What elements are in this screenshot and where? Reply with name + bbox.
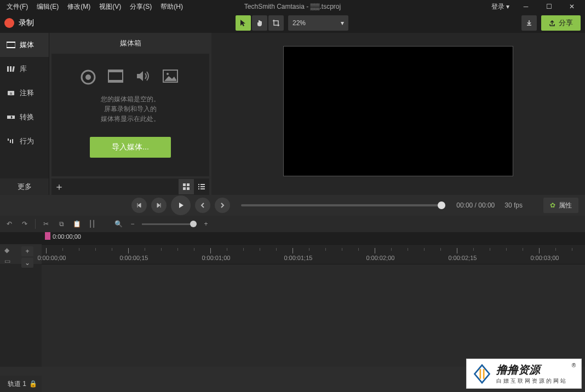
track-1-label[interactable]: 轨道 1 🔒: [0, 376, 42, 392]
svg-rect-5: [12, 66, 15, 72]
playback-fps[interactable]: 30 fps: [504, 201, 523, 209]
add-track-button[interactable]: +: [21, 246, 33, 256]
menu-view[interactable]: 视图(V): [95, 1, 125, 13]
record-icon[interactable]: [4, 18, 14, 28]
image-icon: [162, 69, 181, 83]
watermark-main: 撸撸资源: [496, 362, 567, 377]
media-icon: [7, 42, 15, 48]
zoom-out-button[interactable]: −: [128, 219, 137, 229]
sidebar: 媒体 库 a 注释 转换 行为 更多: [0, 33, 49, 195]
effects-icon[interactable]: ▭: [4, 257, 10, 265]
ruler-label: 0:00:02;00: [366, 255, 394, 261]
list-icon: [198, 183, 205, 191]
paste-button[interactable]: 📋: [72, 219, 82, 229]
record-label[interactable]: 录制: [19, 18, 34, 28]
share-button[interactable]: 分享: [541, 15, 581, 31]
playback-bar: 00:00 / 00:00 30 fps ✿ 属性: [0, 195, 585, 216]
menu-edit[interactable]: 编辑(E): [32, 1, 63, 13]
marker-icon[interactable]: ◆: [4, 246, 10, 254]
svg-rect-26: [200, 186, 205, 187]
sidebar-label: 行为: [20, 136, 34, 146]
sidebar-item-behavior[interactable]: 行为: [0, 129, 49, 153]
properties-button[interactable]: ✿ 属性: [543, 198, 578, 213]
track-1-area[interactable]: [42, 264, 585, 367]
svg-rect-25: [198, 186, 199, 187]
step-forward-button[interactable]: [215, 198, 230, 213]
annotation-icon: a: [7, 90, 15, 96]
import-media-button[interactable]: 导入媒体...: [90, 137, 171, 158]
svg-rect-20: [187, 183, 190, 186]
sidebar-label: 转换: [20, 112, 34, 122]
sidebar-item-media[interactable]: 媒体: [0, 33, 49, 57]
menu-help[interactable]: 帮助(H): [156, 1, 187, 13]
ruler-label: 0:00:03;00: [530, 255, 559, 261]
close-button[interactable]: ✕: [561, 0, 583, 13]
login-button[interactable]: 登录 ▾: [487, 2, 514, 11]
svg-point-18: [167, 73, 169, 75]
prev-frame-button[interactable]: [131, 198, 147, 213]
seek-knob[interactable]: [438, 201, 445, 209]
svg-rect-9: [8, 139, 9, 141]
timeline-zoom-slider[interactable]: [142, 223, 197, 225]
seek-slider[interactable]: [241, 204, 445, 206]
sidebar-more[interactable]: 更多: [0, 178, 49, 195]
ruler-label: 0:00:01;00: [202, 255, 230, 261]
menu-file[interactable]: 文件(F): [2, 1, 32, 13]
copy-button[interactable]: ⧉: [56, 219, 66, 229]
media-panel: 媒体箱 您的媒体箱是空的。 屏幕录制和导入的 媒体将显示在此处。 导入媒体...…: [49, 33, 211, 195]
watermark-r: ®: [572, 362, 576, 368]
empty-text-3: 媒体将显示在此处。: [101, 114, 160, 124]
window-title: TechSmith Camtasia - ▒▒.tscproj: [244, 3, 341, 10]
zoom-select[interactable]: 22% ▾: [288, 15, 348, 31]
collapse-track-button[interactable]: ⌄: [21, 258, 33, 268]
redo-button[interactable]: ↷: [20, 219, 30, 229]
cut-button[interactable]: ✂: [41, 219, 51, 229]
play-button[interactable]: [171, 195, 191, 215]
lock-icon[interactable]: 🔒: [29, 380, 37, 388]
list-view-button[interactable]: [194, 179, 209, 194]
transition-icon: [7, 114, 15, 120]
timeline-ruler[interactable]: 0:00:00;000:00:00;150:00:01;000:00:01;15…: [42, 244, 585, 264]
timeline-header[interactable]: 0:00:00;00: [0, 232, 585, 244]
sidebar-item-transition[interactable]: 转换: [0, 105, 49, 129]
svg-rect-11: [12, 139, 13, 143]
menu-share[interactable]: 分享(S): [125, 1, 156, 13]
menu-bar: 文件(F) 编辑(E) 修改(M) 视图(V) 分享(S) 帮助(H) Tech…: [0, 0, 585, 13]
split-button[interactable]: ⎮⎮: [87, 219, 97, 229]
download-button[interactable]: [521, 15, 537, 31]
edit-toolbar: ↶ ↷ ✂ ⧉ 📋 ⎮⎮ 🔍 − +: [0, 216, 585, 232]
svg-rect-15: [108, 70, 123, 72]
step-back-button[interactable]: [195, 198, 210, 213]
grid-view-button[interactable]: [179, 179, 194, 194]
library-icon: [7, 66, 15, 72]
zoom-in-button[interactable]: +: [201, 219, 211, 229]
minimize-button[interactable]: ─: [515, 0, 537, 13]
sidebar-item-annotation[interactable]: a 注释: [0, 81, 49, 105]
zoom-knob[interactable]: [190, 221, 197, 227]
svg-point-13: [85, 74, 91, 80]
crop-tool[interactable]: [268, 15, 284, 31]
watermark: 撸撸资源 白嫖互联网资源的网站 ®: [466, 359, 582, 389]
select-tool[interactable]: [236, 15, 251, 31]
properties-label: 属性: [559, 201, 572, 210]
next-frame-button[interactable]: [151, 198, 167, 213]
svg-rect-27: [198, 188, 199, 189]
svg-rect-2: [7, 47, 15, 48]
svg-rect-3: [7, 66, 9, 72]
sidebar-item-library[interactable]: 库: [0, 57, 49, 81]
preview-canvas[interactable]: [283, 46, 513, 176]
undo-button[interactable]: ↶: [4, 219, 14, 229]
svg-rect-28: [200, 188, 205, 189]
empty-text-1: 您的媒体箱是空的。: [101, 94, 160, 104]
maximize-button[interactable]: ☐: [538, 0, 560, 13]
svg-rect-22: [187, 187, 190, 190]
playhead[interactable]: 0:00:00;00: [45, 232, 50, 240]
record-circle-icon: [80, 69, 99, 83]
pan-tool[interactable]: [252, 15, 267, 31]
menu-modify[interactable]: 修改(M): [63, 1, 95, 13]
svg-rect-29: [479, 369, 481, 379]
panel-title: 媒体箱: [49, 33, 211, 54]
add-button[interactable]: ＋: [51, 179, 67, 194]
empty-text-2: 屏幕录制和导入的: [104, 104, 157, 114]
svg-rect-21: [183, 187, 186, 190]
